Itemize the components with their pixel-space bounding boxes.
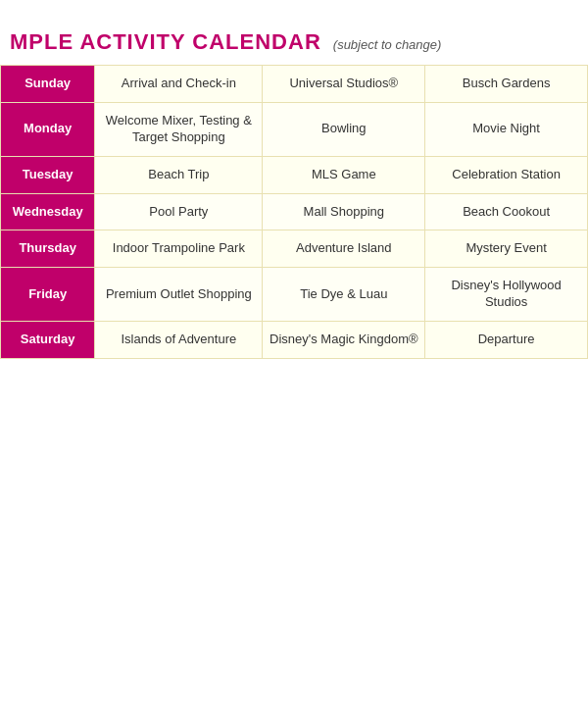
day-label: Sunday bbox=[1, 66, 95, 103]
activity-cell: Indoor Trampoline Park bbox=[95, 230, 263, 268]
activity-cell: Disney's Magic Kingdom® bbox=[263, 322, 425, 359]
page-title: MPLE ACTIVITY CALENDAR bbox=[10, 29, 321, 55]
day-label: Friday bbox=[1, 268, 95, 322]
calendar-header: MPLE ACTIVITY CALENDAR (subject to chang… bbox=[0, 20, 588, 65]
activity-cell: Pool Party bbox=[95, 193, 263, 230]
activity-cell: Welcome Mixer, Testing & Target Shopping bbox=[95, 102, 263, 156]
header-subtitle: (subject to change) bbox=[333, 37, 442, 52]
activity-cell: Disney's Hollywood Studios bbox=[425, 268, 588, 322]
activity-cell: Tie Dye & Luau bbox=[263, 268, 425, 322]
day-label: Saturday bbox=[1, 322, 95, 359]
activity-cell: Beach Cookout bbox=[425, 193, 588, 230]
activity-cell: Departure bbox=[425, 322, 588, 359]
activity-cell: Mall Shopping bbox=[263, 193, 425, 230]
activity-cell: Mystery Event bbox=[425, 230, 588, 268]
table-row: MondayWelcome Mixer, Testing & Target Sh… bbox=[1, 102, 588, 156]
day-label: Wednesday bbox=[1, 193, 95, 230]
activity-cell: Islands of Adventure bbox=[95, 322, 263, 359]
activity-cell: Premium Outlet Shopping bbox=[95, 268, 263, 322]
activity-cell: Busch Gardens bbox=[425, 66, 588, 103]
activity-cell: Beach Trip bbox=[95, 156, 263, 193]
day-label: Monday bbox=[1, 102, 95, 156]
table-row: FridayPremium Outlet ShoppingTie Dye & L… bbox=[1, 268, 588, 322]
table-row: ThursdayIndoor Trampoline ParkAdventure … bbox=[1, 230, 588, 268]
table-row: WednesdayPool PartyMall ShoppingBeach Co… bbox=[1, 193, 588, 230]
activity-cell: Universal Studios® bbox=[263, 66, 425, 103]
table-row: TuesdayBeach TripMLS GameCelebration Sta… bbox=[1, 156, 588, 193]
activity-cell: Movie Night bbox=[425, 102, 588, 156]
activity-cell: Arrival and Check-in bbox=[95, 66, 263, 103]
activity-cell: Celebration Station bbox=[425, 156, 588, 193]
activity-cell: Bowling bbox=[263, 102, 425, 156]
activity-cell: Adventure Island bbox=[263, 230, 425, 268]
activity-calendar: SundayArrival and Check-inUniversal Stud… bbox=[0, 65, 588, 359]
day-label: Thursday bbox=[1, 230, 95, 268]
activity-cell: MLS Game bbox=[263, 156, 425, 193]
table-row: SaturdayIslands of AdventureDisney's Mag… bbox=[1, 322, 588, 359]
day-label: Tuesday bbox=[1, 156, 95, 193]
table-row: SundayArrival and Check-inUniversal Stud… bbox=[1, 66, 588, 103]
